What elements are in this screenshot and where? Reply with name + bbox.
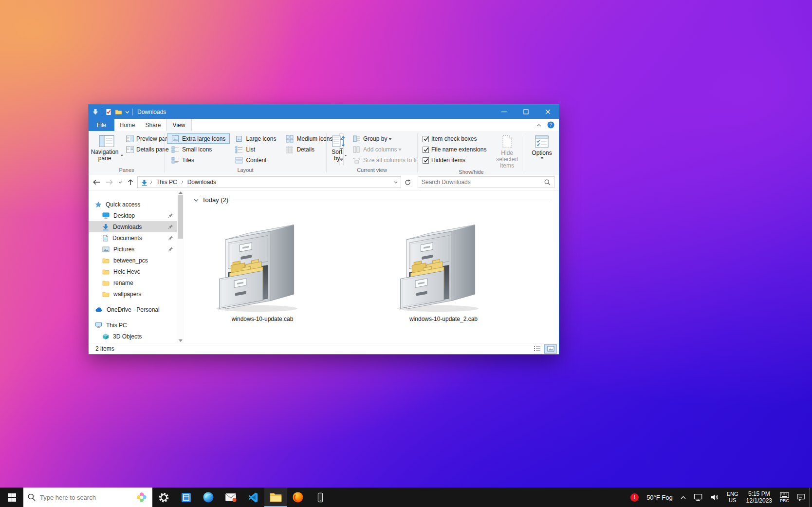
notification-badge[interactable]: 1 <box>627 488 643 507</box>
touch-keyboard-indicator[interactable]: PRC <box>776 488 793 507</box>
taskbar-app-edge[interactable] <box>197 488 220 507</box>
tab-home[interactable]: Home <box>114 119 140 131</box>
search-icon[interactable] <box>544 179 551 186</box>
scroll-up-icon[interactable] <box>179 191 183 194</box>
file-list-area: Today (2) windows-10-update.cab windows-… <box>184 190 559 343</box>
sidebar-item-onedrive[interactable]: OneDrive - Personal <box>89 304 177 315</box>
show-desktop-button[interactable] <box>809 488 812 507</box>
close-button[interactable] <box>537 105 559 119</box>
breadcrumb-downloads[interactable]: Downloads <box>186 179 218 186</box>
help-icon[interactable]: ? <box>547 121 554 129</box>
minimize-button[interactable] <box>493 105 515 119</box>
group-header-today[interactable]: Today (2) <box>194 196 552 204</box>
refresh-button[interactable] <box>402 176 414 188</box>
collapse-group-icon[interactable] <box>194 199 199 202</box>
taskbar-app-phone-link[interactable] <box>309 488 332 507</box>
size-all-columns-button[interactable]: Size all columns to fit <box>351 155 421 166</box>
layout-content[interactable]: Content <box>231 155 280 165</box>
hidden-items-checkbox[interactable]: Hidden items <box>420 155 489 166</box>
options-button[interactable]: Options <box>528 133 555 159</box>
scroll-down-icon[interactable] <box>179 339 183 342</box>
file-item-cab-2[interactable]: windows-10-update_2.cab <box>381 210 506 322</box>
file-menu-button[interactable]: File <box>89 119 114 131</box>
volume-tray-icon[interactable] <box>706 488 723 507</box>
title-bar[interactable]: Downloads <box>89 105 559 119</box>
taskbar-app-file-explorer[interactable] <box>264 488 287 507</box>
address-bar[interactable]: This PC Downloads <box>137 176 401 188</box>
hide-selected-items-button[interactable]: Hide selected items <box>492 133 522 169</box>
sidebar-item-heic-hevc[interactable]: Heic Hevc <box>89 266 177 277</box>
sidebar-item-wallpapers[interactable]: wallpapers <box>89 288 177 300</box>
sidebar-item-desktop[interactable]: Desktop <box>89 210 177 221</box>
taskbar-search-box[interactable] <box>23 488 152 507</box>
sidebar-item-pictures[interactable]: Pictures <box>89 244 177 255</box>
folder-icon <box>102 291 110 297</box>
breadcrumb-separator-icon <box>181 180 184 184</box>
details-view-button[interactable] <box>531 344 543 354</box>
sidebar-item-documents[interactable]: Documents <box>89 232 177 244</box>
monitor-icon <box>694 493 702 501</box>
taskbar-app-settings[interactable] <box>152 488 175 507</box>
taskbar-app-windows-blue[interactable] <box>175 488 197 507</box>
search-box[interactable] <box>418 176 554 188</box>
ribbon-group-options: Options <box>526 132 558 174</box>
sidebar-scrollbar[interactable] <box>177 190 184 343</box>
checkbox-checked-icon <box>423 157 429 164</box>
action-center-icon <box>797 493 805 502</box>
search-input[interactable] <box>422 179 544 186</box>
layout-list[interactable]: List <box>231 144 280 154</box>
sort-by-button[interactable]: Sort by <box>329 133 349 162</box>
add-columns-button[interactable]: Add columns <box>351 144 421 155</box>
layout-extra-large-icons[interactable]: Extra large icons <box>167 133 230 144</box>
badge-count: 1 <box>630 493 639 502</box>
layout-large-icons[interactable]: Large icons <box>231 133 280 144</box>
tab-view[interactable]: View <box>166 119 192 131</box>
start-button[interactable] <box>0 488 23 507</box>
scrollbar-thumb[interactable] <box>178 195 183 239</box>
navigation-pane-button[interactable]: Navigation pane <box>92 133 122 162</box>
layout-tiles[interactable]: Tiles <box>167 155 230 165</box>
taskbar-search-input[interactable] <box>40 494 131 501</box>
tray-overflow-button[interactable] <box>677 488 690 507</box>
new-folder-icon[interactable] <box>115 109 122 115</box>
address-dropdown-icon[interactable] <box>394 181 398 184</box>
recent-locations-icon[interactable] <box>116 176 124 188</box>
sidebar-item-between-pcs[interactable]: between_pcs <box>89 255 177 266</box>
taskbar-app-mail[interactable] <box>220 488 242 507</box>
action-center-button[interactable] <box>793 488 809 507</box>
weather-widget[interactable]: 50°F Fog <box>643 488 677 507</box>
taskbar-app-firefox[interactable] <box>287 488 309 507</box>
display-tray-icon[interactable] <box>690 488 706 507</box>
up-button[interactable] <box>124 176 137 188</box>
sidebar-item-3d-objects[interactable]: 3D Objects <box>89 331 177 342</box>
thumbnail-view-button[interactable] <box>544 344 557 354</box>
file-item-cab-1[interactable]: windows-10-update.cab <box>200 210 325 322</box>
file-name-extensions-checkbox[interactable]: File name extensions <box>420 144 489 155</box>
breadcrumb-this-pc[interactable]: This PC <box>155 179 179 186</box>
file-name: windows-10-update.cab <box>232 316 294 322</box>
forward-button[interactable] <box>103 176 116 188</box>
tab-share[interactable]: Share <box>140 119 166 131</box>
properties-icon[interactable] <box>105 109 112 115</box>
maximize-button[interactable] <box>515 105 537 119</box>
sidebar-item-quick-access[interactable]: Quick access <box>89 199 177 210</box>
sidebar-item-this-pc[interactable]: This PC <box>89 319 177 331</box>
sidebar-item-downloads[interactable]: Downloads <box>89 221 177 232</box>
taskbar-app-vscode[interactable] <box>242 488 264 507</box>
window-controls <box>493 105 559 119</box>
star-icon <box>95 201 102 208</box>
language-indicator[interactable]: ENG US <box>723 488 742 507</box>
sidebar-item-rename[interactable]: rename <box>89 277 177 288</box>
clock[interactable]: 5:15 PM 12/1/2023 <box>742 488 776 507</box>
qat-dropdown-icon[interactable] <box>125 111 129 113</box>
qat-separator <box>102 109 102 115</box>
layout-small-icons[interactable]: Small icons <box>167 144 230 154</box>
layout-item-label: Tiles <box>182 157 194 164</box>
search-highlight-flower-icon[interactable] <box>135 491 148 504</box>
panes-group-label: Panes <box>90 166 164 174</box>
group-by-button[interactable]: Group by <box>351 133 421 144</box>
back-button[interactable] <box>90 176 103 188</box>
item-check-boxes-checkbox[interactable]: Item check boxes <box>420 133 489 144</box>
file-cabinet-icon <box>216 210 309 314</box>
collapse-ribbon-icon[interactable] <box>536 124 541 127</box>
